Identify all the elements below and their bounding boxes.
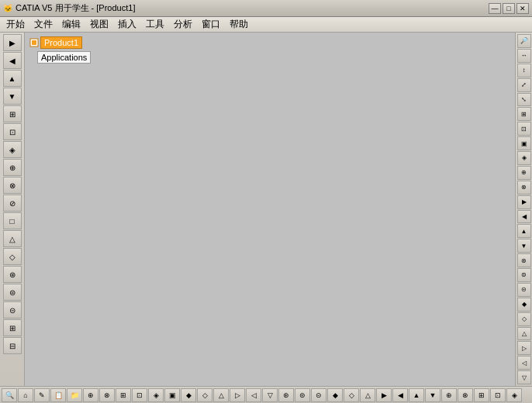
bottom-tool-btn-25[interactable]: ▲ [409, 388, 424, 402]
tree-applications-item[interactable]: Applications [28, 50, 92, 64]
bottom-tool-btn-0[interactable]: 🔍 [2, 388, 17, 402]
left-tool-btn-15[interactable]: ⊝ [3, 301, 22, 319]
bottom-tool-btn-7[interactable]: ⊞ [116, 388, 131, 402]
menu-item-文件[interactable]: 文件 [29, 16, 57, 33]
right-tool-btn-3[interactable]: ⤢ [517, 78, 531, 92]
menu-item-视图[interactable]: 视图 [85, 16, 113, 33]
bottom-tool-btn-21[interactable]: ◇ [344, 388, 359, 402]
menu-item-工具[interactable]: 工具 [141, 16, 169, 33]
right-tool-btn-5[interactable]: ⊞ [517, 107, 531, 121]
left-tool-btn-6[interactable]: ◈ [3, 141, 22, 158]
bottom-tool-btn-6[interactable]: ⊗ [99, 388, 115, 402]
right-toolbar: 🔎↔↕⤢⤡⊞⊡▣◈⊕⊗▶◀▲▼⊛⊜⊝◆◇△▷◁▽ [515, 33, 532, 386]
bottom-tool-btn-19[interactable]: ⊝ [311, 388, 326, 402]
bottom-tool-btn-18[interactable]: ⊜ [295, 388, 310, 402]
right-tool-btn-7[interactable]: ▣ [517, 136, 531, 150]
left-tool-btn-16[interactable]: ⊞ [3, 319, 22, 336]
product-icon [29, 38, 39, 47]
bottom-tool-btn-27[interactable]: ⊕ [441, 388, 457, 402]
bottom-toolbar: 🔍⌂✎📋📁⊕⊗⊞⊡◈▣◆◇△▷◁▽⊛⊜⊝◆◇△▶◀▲▼⊕⊗⊞⊡◈ [0, 386, 532, 403]
bottom-tool-btn-2[interactable]: ✎ [34, 388, 50, 402]
main-layout: ▶◀▲▼⊞⊡◈⊕⊗⊘□△◇⊛⊜⊝⊞⊟ Product1 Applications [0, 33, 532, 386]
left-tool-btn-7[interactable]: ⊕ [3, 159, 22, 176]
bottom-tool-btn-23[interactable]: ▶ [376, 388, 392, 402]
bottom-tool-btn-29[interactable]: ⊞ [474, 388, 489, 402]
menu-bar: 开始文件编辑视图插入工具分析窗口帮助 [0, 17, 532, 33]
right-tool-btn-9[interactable]: ⊕ [517, 166, 531, 180]
bottom-tool-btn-20[interactable]: ◆ [327, 388, 343, 402]
left-tool-btn-13[interactable]: ⊛ [3, 266, 22, 283]
window-controls: — □ ✕ [489, 3, 529, 14]
right-tool-btn-10[interactable]: ⊗ [517, 181, 531, 195]
bottom-tool-btn-24[interactable]: ◀ [392, 388, 408, 402]
bottom-tool-btn-11[interactable]: ◆ [181, 388, 196, 402]
close-button[interactable]: ✕ [516, 3, 529, 14]
menu-item-窗口[interactable]: 窗口 [197, 16, 225, 33]
right-tool-btn-0[interactable]: 🔎 [517, 34, 531, 48]
left-tool-btn-5[interactable]: ⊡ [3, 123, 22, 140]
bottom-tool-btn-4[interactable]: 📁 [67, 388, 82, 402]
menu-item-编辑[interactable]: 编辑 [57, 16, 85, 33]
left-tool-btn-10[interactable]: □ [3, 212, 22, 229]
right-tool-btn-20[interactable]: △ [517, 327, 531, 341]
bottom-tool-btn-22[interactable]: △ [360, 388, 375, 402]
left-tool-btn-0[interactable]: ▶ [3, 34, 22, 51]
bottom-tool-btn-17[interactable]: ⊛ [278, 388, 294, 402]
right-tool-btn-16[interactable]: ⊜ [517, 268, 531, 282]
right-tool-btn-14[interactable]: ▼ [517, 239, 531, 253]
menu-item-开始[interactable]: 开始 [2, 16, 29, 33]
bottom-tool-btn-30[interactable]: ⊡ [490, 388, 506, 402]
bottom-tool-btn-14[interactable]: ▷ [230, 388, 245, 402]
left-tool-btn-11[interactable]: △ [3, 230, 22, 247]
right-tool-btn-4[interactable]: ⤡ [517, 93, 531, 107]
right-tool-btn-2[interactable]: ↕ [517, 64, 531, 78]
right-tool-btn-12[interactable]: ◀ [517, 210, 531, 224]
left-tool-btn-2[interactable]: ▲ [3, 70, 22, 87]
right-tool-btn-21[interactable]: ▷ [517, 341, 531, 355]
minimize-button[interactable]: — [489, 3, 501, 14]
menu-item-插入[interactable]: 插入 [113, 16, 141, 33]
left-tool-btn-12[interactable]: ◇ [3, 248, 22, 265]
left-tool-btn-1[interactable]: ◀ [3, 52, 22, 69]
tree-panel: Product1 Applications [28, 36, 92, 64]
right-tool-btn-1[interactable]: ↔ [517, 49, 531, 63]
title-bar: 🐱 CATIA V5 用于学生 - [Product1] — □ ✕ [0, 0, 532, 17]
right-tool-btn-23[interactable]: ▽ [517, 370, 531, 384]
left-tool-btn-17[interactable]: ⊟ [3, 337, 22, 354]
bottom-tool-btn-9[interactable]: ◈ [148, 388, 164, 402]
bottom-tool-btn-1[interactable]: ⌂ [18, 388, 33, 402]
svg-rect-1 [32, 40, 36, 45]
tree-product-item[interactable]: Product1 [28, 36, 92, 50]
right-tool-btn-15[interactable]: ⊛ [517, 253, 531, 267]
menu-item-帮助[interactable]: 帮助 [225, 16, 253, 33]
right-tool-btn-13[interactable]: ▲ [517, 224, 531, 238]
left-tool-btn-3[interactable]: ▼ [3, 88, 22, 105]
maximize-button[interactable]: □ [503, 3, 515, 14]
right-tool-btn-8[interactable]: ◈ [517, 151, 531, 165]
bottom-tool-btn-10[interactable]: ▣ [164, 388, 180, 402]
left-tool-btn-8[interactable]: ⊗ [3, 177, 22, 194]
right-tool-btn-19[interactable]: ◇ [517, 312, 531, 326]
bottom-tool-btn-26[interactable]: ▼ [425, 388, 440, 402]
bottom-tool-btn-13[interactable]: △ [213, 388, 229, 402]
bottom-tool-btn-28[interactable]: ⊗ [458, 388, 473, 402]
right-tool-btn-22[interactable]: ◁ [517, 356, 531, 370]
right-tool-btn-11[interactable]: ▶ [517, 195, 531, 209]
bottom-tool-btn-16[interactable]: ▽ [262, 388, 278, 402]
bottom-tool-btn-15[interactable]: ◁ [246, 388, 261, 402]
left-tool-btn-9[interactable]: ⊘ [3, 195, 22, 212]
product-label[interactable]: Product1 [40, 36, 82, 49]
bottom-tool-btn-12[interactable]: ◇ [197, 388, 212, 402]
right-tool-btn-17[interactable]: ⊝ [517, 283, 531, 297]
left-tool-btn-14[interactable]: ⊜ [3, 284, 22, 301]
bottom-tool-btn-3[interactable]: 📋 [50, 388, 66, 402]
left-tool-btn-4[interactable]: ⊞ [3, 105, 22, 122]
right-tool-btn-6[interactable]: ⊡ [517, 122, 531, 136]
bottom-tool-btn-8[interactable]: ⊡ [132, 388, 147, 402]
applications-label: Applications [37, 51, 91, 64]
bottom-tool-btn-31[interactable]: ◈ [506, 388, 522, 402]
left-toolbar: ▶◀▲▼⊞⊡◈⊕⊗⊘□△◇⊛⊜⊝⊞⊟ [0, 33, 25, 386]
right-tool-btn-18[interactable]: ◆ [517, 298, 531, 312]
menu-item-分析[interactable]: 分析 [169, 16, 197, 33]
bottom-tool-btn-5[interactable]: ⊕ [83, 388, 98, 402]
